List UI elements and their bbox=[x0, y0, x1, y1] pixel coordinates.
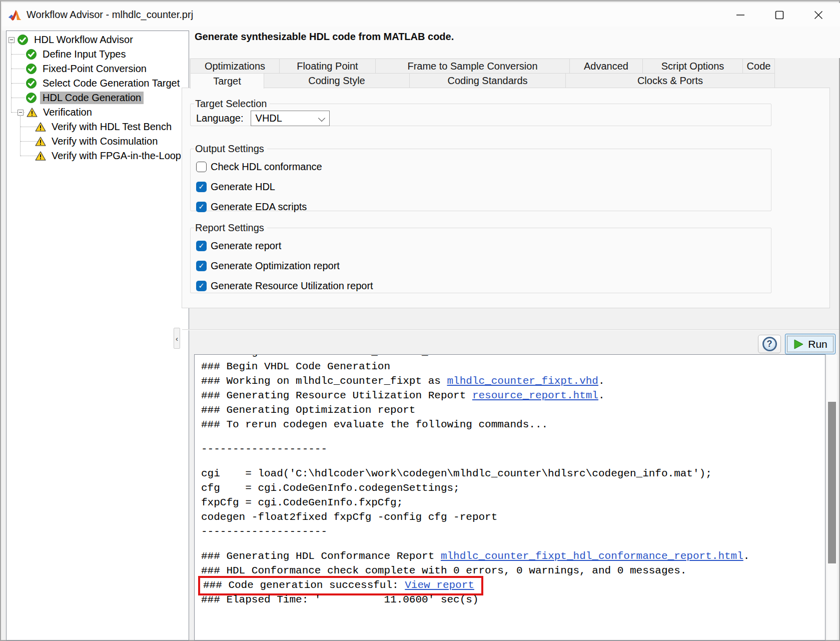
checkbox-row-generate-optimization-report: ✓Generate Optimization report bbox=[196, 260, 771, 271]
console-link[interactable]: View report bbox=[405, 579, 474, 591]
status-warning-icon bbox=[35, 136, 46, 147]
status-pass-icon bbox=[26, 78, 37, 89]
window-controls bbox=[721, 3, 838, 27]
console-text-segment: cgi = load('C:\hdlcoder\work\codegen\mlh… bbox=[201, 468, 712, 479]
workflow-advisor-window: Workflow Advisor - mlhdlc_counter.prj bbox=[0, 0, 840, 641]
checkbox-checked-generate-resource-utilization-report[interactable]: ✓ bbox=[196, 281, 207, 291]
tree-item-fixed-point-conversion[interactable]: Fixed-Point Conversion bbox=[7, 62, 189, 76]
tree-connector bbox=[12, 83, 25, 84]
checkbox-row-check-hdl-conformance: Check HDL conformance bbox=[196, 161, 771, 172]
tree-expander[interactable] bbox=[18, 110, 24, 116]
minimize-button[interactable] bbox=[721, 3, 760, 27]
console-text-segment: ### Working on mlhdlc_counter_fixpt as bbox=[201, 375, 447, 387]
tab-coding-standards[interactable]: Coding Standards bbox=[409, 73, 566, 88]
checkbox-checked-generate-report[interactable]: ✓ bbox=[196, 241, 207, 251]
console-text-segment: ### Begin VHDL Code Generation bbox=[201, 361, 390, 372]
status-warning-icon bbox=[35, 121, 46, 133]
console-line: ### Using testbench: mlhdlc_counter_tb. bbox=[201, 354, 825, 359]
console-line: cgi = load('C:\hdlcoder\work\codegen\mlh… bbox=[201, 466, 825, 481]
console-text-segment: ### Elapsed Time: ' 11.0600' sec(s) bbox=[201, 594, 479, 605]
tab-target[interactable]: Target bbox=[190, 73, 264, 89]
maximize-icon bbox=[775, 11, 784, 20]
console-text-segment: ### Code generation successful: bbox=[203, 579, 405, 591]
checkbox-label: Generate EDA scripts bbox=[211, 201, 307, 213]
run-play-icon bbox=[793, 339, 804, 350]
tab-advanced[interactable]: Advanced bbox=[569, 59, 643, 74]
tree-item-verification[interactable]: Verification bbox=[7, 105, 189, 120]
tab-coding-style[interactable]: Coding Style bbox=[264, 73, 410, 88]
console-line: codegen -float2fixed fxpCfg -config cfg … bbox=[201, 510, 825, 524]
checkbox-checked-generate-hdl[interactable]: ✓ bbox=[196, 182, 207, 192]
language-label: Language: bbox=[196, 113, 244, 124]
console-link[interactable]: mlhdlc_counter_fixpt.vhd bbox=[447, 375, 598, 387]
target-tab-panel: Target Selection Language: VHDL Output S… bbox=[182, 88, 830, 308]
close-button[interactable] bbox=[799, 3, 838, 27]
report-settings-legend: Report Settings bbox=[194, 222, 267, 234]
message-console: ### Using testbench: mlhdlc_counter_tb.#… bbox=[194, 354, 825, 640]
console-text-segment: . bbox=[598, 375, 605, 387]
checkbox-row-generate-resource-utilization-report: ✓Generate Resource Utilization report bbox=[196, 280, 771, 291]
tab-frame-to-sample-conversion[interactable]: Frame to Sample Conversion bbox=[375, 59, 570, 74]
workflow-tree-panel: HDL Workflow AdvisorDefine Input TypesFi… bbox=[6, 31, 189, 640]
console-text-segment: ### To rerun codegen evaluate the follow… bbox=[201, 419, 548, 430]
workflow-tree: HDL Workflow AdvisorDefine Input TypesFi… bbox=[7, 31, 189, 163]
help-button[interactable]: ? bbox=[758, 335, 781, 353]
console-text-segment: -------------------- bbox=[201, 526, 327, 537]
console-line: fxpCfg = cgi.CodeGenInfo.fxpCfg; bbox=[201, 495, 825, 510]
console-link[interactable]: resource_report.html bbox=[472, 390, 598, 401]
tab-script-options[interactable]: Script Options bbox=[642, 59, 743, 74]
status-pass-icon bbox=[17, 34, 29, 46]
language-select[interactable]: VHDL bbox=[251, 111, 330, 126]
tree-item-label: HDL Workflow Advisor bbox=[32, 34, 136, 46]
run-button-label: Run bbox=[808, 338, 827, 350]
tree-connector bbox=[20, 116, 21, 156]
target-selection-legend: Target Selection bbox=[194, 98, 270, 110]
tree-item-define-input-types[interactable]: Define Input Types bbox=[7, 47, 189, 62]
report-settings-group: Report Settings ✓Generate report✓Generat… bbox=[190, 222, 771, 293]
console-line bbox=[201, 456, 825, 466]
close-icon bbox=[814, 11, 823, 20]
console-line: ### Generating Optimization report bbox=[201, 403, 825, 417]
console-line bbox=[201, 539, 825, 549]
console-text-segment: codegen -float2fixed fxpCfg -config cfg … bbox=[201, 511, 497, 523]
tree-expander[interactable] bbox=[9, 37, 15, 43]
console-line bbox=[201, 432, 825, 442]
tree-item-hdl-workflow-advisor[interactable]: HDL Workflow Advisor bbox=[7, 33, 189, 47]
minimize-icon bbox=[736, 11, 745, 20]
console-text-segment: . bbox=[598, 390, 605, 401]
tab-code[interactable]: Code bbox=[742, 59, 775, 74]
console-line: -------------------- bbox=[201, 524, 825, 539]
tree-connector bbox=[11, 42, 12, 113]
checkbox-label: Check HDL conformance bbox=[211, 161, 322, 173]
checkbox-label: Generate Resource Utilization report bbox=[211, 280, 373, 292]
language-selected-value: VHDL bbox=[256, 113, 282, 124]
tab-optimizations[interactable]: Optimizations bbox=[190, 59, 280, 74]
console-text-segment: ### Using testbench: mlhdlc_counter_tb. bbox=[201, 354, 447, 358]
checkbox-unchecked-check-hdl-conformance[interactable] bbox=[196, 162, 207, 172]
checkbox-checked-generate-eda-scripts[interactable]: ✓ bbox=[196, 202, 207, 212]
console-line: ### Working on mlhdlc_counter_fixpt as m… bbox=[201, 374, 825, 388]
console-link[interactable]: mlhdlc_counter_fixpt_hdl_conformance_rep… bbox=[441, 550, 743, 562]
console-text-segment: ### HDL Conformance check complete with … bbox=[201, 565, 686, 576]
tab-strip-row-2: TargetCoding StyleCoding StandardsClocks… bbox=[190, 73, 775, 88]
vertical-scrollbar-thumb[interactable] bbox=[828, 402, 836, 563]
tree-item-label: Verify with FPGA-in-the-Loop bbox=[49, 150, 184, 162]
tree-item-hdl-code-generation[interactable]: HDL Code Generation bbox=[7, 91, 189, 105]
tree-item-label: Select Code Generation Target bbox=[40, 77, 182, 90]
console-text-segment: . bbox=[743, 550, 750, 562]
tree-item-select-code-generation-target[interactable]: Select Code Generation Target bbox=[7, 76, 189, 91]
status-pass-icon bbox=[26, 49, 37, 60]
console-text-segment: cfg = cgi.CodeGenInfo.codegenSettings; bbox=[201, 482, 460, 494]
panel-collapse-handle[interactable]: ‹ bbox=[174, 328, 180, 349]
maximize-button[interactable] bbox=[760, 3, 799, 27]
console-text-segment: ### Generating Resource Utilization Repo… bbox=[201, 390, 472, 401]
matlab-logo-icon bbox=[8, 9, 22, 22]
tab-floating-point[interactable]: Floating Point bbox=[279, 59, 376, 74]
tab-strip-row-1: OptimizationsFloating PointFrame to Samp… bbox=[190, 59, 775, 74]
checkbox-checked-generate-optimization-report[interactable]: ✓ bbox=[196, 261, 207, 271]
console-line: ### Elapsed Time: ' 11.0600' sec(s) bbox=[201, 592, 825, 607]
tree-item-label: HDL Code Generation bbox=[40, 92, 144, 104]
tab-clocks-ports[interactable]: Clocks & Ports bbox=[565, 73, 775, 88]
console-output: ### Using testbench: mlhdlc_counter_tb.#… bbox=[201, 354, 825, 607]
run-button[interactable]: Run bbox=[785, 334, 835, 354]
